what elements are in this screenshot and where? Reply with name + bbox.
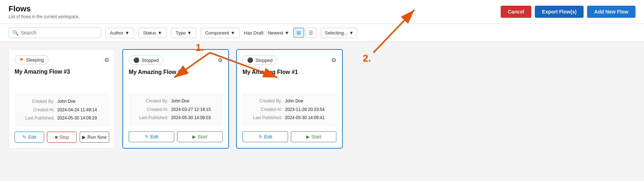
author-filter-button[interactable]: Author ▼ [105,28,134,38]
stop-icon-3: ■ [55,134,58,140]
stop-button-3[interactable]: ■ Stop [47,132,76,143]
created-at-value-2: 2024-03-27 12:18:15 [171,106,218,114]
card-actions-3: ✎ Edit ■ Stop ▶ Run Now [15,132,109,143]
flow-name-1: My Amazing Flow #1 [243,69,336,75]
component-filter-label: Component [205,30,229,36]
created-at-label-3: Created At: [20,106,57,114]
list-view-icon: ☰ [309,30,313,36]
flow-name-3: My Amazing Flow #3 [15,69,109,75]
run-now-button-3[interactable]: ▶ Run Now [80,132,109,143]
created-by-value-1: John Doe [285,97,331,105]
flow-card-1: ⚫ Stopped ⚙ My Amazing Flow #1 Created B… [236,49,343,149]
status-filter-chevron-icon: ▼ [158,30,162,36]
toolbar: 🔍 Author ▼ Status ▼ Type ▼ Component ▼ H… [0,24,644,42]
page-subtitle: List of flows in the current workspace. [9,14,80,19]
card-actions-1: ✎ Edit ▶ Start [243,131,336,142]
card-meta-3: Created By: John Doe Created At: 2024-04… [15,94,109,127]
stopped-icon-2: ⚫ [133,57,139,63]
flow-name-2: My Amazing Flow #2 [129,69,223,75]
last-published-value-3: 2024-05-30 14:09:29 [57,115,104,122]
gear-icon-3[interactable]: ⚙ [104,57,109,63]
selecting-label: Selecting... [325,30,347,36]
edit-button-1[interactable]: ✎ Edit [243,131,288,142]
component-filter-chevron-icon: ▼ [230,30,235,36]
created-at-label-1: Created At: [248,106,284,114]
edit-icon-3: ✎ [22,134,26,140]
edit-icon-1: ✎ [259,134,262,139]
card-meta-2: Created By: John Doe Created At: 2024-03… [129,93,223,126]
last-published-label-3: Last Published: [20,115,57,122]
header-actions: Cancel Export Flow(s) Add New Flow [501,6,635,18]
annotation-label-2: 2. [363,53,371,64]
created-at-value-3: 2024-04-24 11:49:14 [57,106,104,114]
start-icon-2: ▶ [192,134,196,139]
sleeping-icon: ⚑ [19,57,24,63]
last-published-label-2: Last Published: [134,114,170,122]
created-by-value-3: John Doe [57,98,104,106]
card-actions-2: ✎ Edit ▶ Start [129,131,223,142]
status-badge-1: ⚫ Stopped [243,55,277,65]
start-button-2[interactable]: ▶ Start [177,131,223,142]
last-published-value-1: 2024-05-30 14:09:41 [285,114,331,122]
status-filter-button[interactable]: Status ▼ [138,28,167,38]
has-draft-label: Has Draft [244,30,264,36]
status-label-1: Stopped [255,58,272,63]
type-filter-chevron-icon: ▼ [187,30,192,36]
sort-chevron-icon: ▼ [284,30,289,36]
add-new-flow-button[interactable]: Add New Flow [587,6,635,18]
selecting-button[interactable]: Selecting... ▼ [321,28,357,38]
status-badge-3: ⚑ Sleeping [15,55,49,64]
card-header-1: ⚫ Stopped ⚙ [243,55,336,65]
view-toggle: ⊞ ☰ [293,28,316,38]
component-filter-button[interactable]: Component ▼ [201,28,240,38]
stopped-icon-1: ⚫ [247,57,253,63]
card-meta-1: Created By: John Doe Created At: 2023-11… [243,93,336,126]
created-by-label-2: Created By: [134,97,170,105]
search-input[interactable] [21,30,97,36]
last-published-label-1: Last Published: [248,114,284,122]
grid-view-icon: ⊞ [297,30,301,36]
status-label-2: Stopped [142,58,159,63]
edit-button-3[interactable]: ✎ Edit [15,132,44,143]
status-filter-label: Status [143,30,156,36]
flow-card-2: ⚫ Stopped ⚙ My Amazing Flow #2 Created B… [122,49,229,149]
author-filter-chevron-icon: ▼ [125,30,129,36]
type-filter-button[interactable]: Type ▼ [171,28,196,38]
page-title-area: Flows List of flows in the current works… [9,4,80,19]
edit-button-2[interactable]: ✎ Edit [129,131,174,142]
created-at-value-1: 2023-11-28 20:23:54 [285,106,331,114]
card-header-2: ⚫ Stopped ⚙ [129,55,223,65]
list-view-button[interactable]: ☰ [305,28,316,38]
run-now-icon-3: ▶ [82,134,86,140]
created-by-label-3: Created By: [20,98,57,106]
selecting-chevron-icon: ▼ [349,30,354,36]
flow-card-3: ⚑ Sleeping ⚙ My Amazing Flow #3 Created … [9,49,115,149]
cancel-button[interactable]: Cancel [501,6,531,18]
status-label-3: Sleeping [26,57,44,63]
page-header: Flows List of flows in the current works… [0,0,644,24]
gear-icon-2[interactable]: ⚙ [218,57,223,64]
status-badge-2: ⚫ Stopped [129,55,163,65]
export-flows-button[interactable]: Export Flow(s) [535,6,584,18]
card-header-3: ⚑ Sleeping ⚙ [15,55,109,64]
start-button-1[interactable]: ▶ Start [291,131,336,142]
sort-newest-button[interactable]: Newest ▼ [268,30,289,36]
start-icon-1: ▶ [306,134,310,139]
created-by-label-1: Created By: [248,97,284,105]
gear-icon-1[interactable]: ⚙ [331,57,336,64]
search-icon: 🔍 [12,30,18,36]
type-filter-label: Type [176,30,186,36]
search-box[interactable]: 🔍 [9,27,101,38]
grid-view-button[interactable]: ⊞ [293,28,304,38]
page-title: Flows [9,4,80,14]
created-by-value-2: John Doe [171,97,218,105]
edit-icon-2: ✎ [145,134,149,139]
sort-newest-label: Newest [268,30,283,36]
author-filter-label: Author [110,30,123,36]
main-content: ⚑ Sleeping ⚙ My Amazing Flow #3 Created … [0,42,644,156]
created-at-label-2: Created At: [134,106,170,114]
last-published-value-2: 2024-05-30 14:09:03 [171,114,218,122]
